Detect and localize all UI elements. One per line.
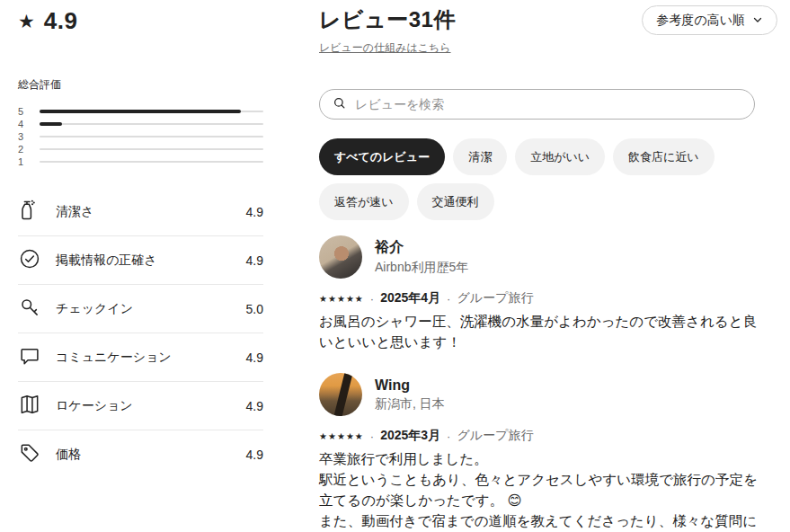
sort-dropdown-button[interactable]: 参考度の高い順 [642,5,777,35]
search-icon [333,96,346,113]
category-value: 4.9 [246,399,263,413]
review-date: 2025年4月 [380,290,440,306]
reviewer-name[interactable]: 裕介 [375,238,468,257]
category-value-for-money: 価格 4.9 [18,430,263,479]
category-cleanliness: 清潔さ 4.9 [18,188,263,236]
bar-tick: 5 [18,106,31,117]
bar-track [40,148,263,150]
review-stars: ★★★★★ [319,431,364,441]
category-checkin: チェックイン 5.0 [18,285,263,333]
category-label: ロケーション [56,398,133,414]
category-value: 5.0 [246,302,263,316]
filter-chip-near-restaurants[interactable]: 飲食店に近い [613,138,715,175]
meta-separator: · [370,292,374,306]
category-value: 4.9 [246,253,263,268]
category-label: 価格 [56,447,81,463]
reviewer-subtitle: Airbnb利用歴5年 [375,260,468,276]
reviewer-header: Wing 新潟市, 日本 [319,373,777,416]
category-label: チェックイン [56,301,133,317]
review-item: Wing 新潟市, 日本 ★★★★★ · 2025年3月 · グループ旅行 卒業… [319,373,777,532]
search-input[interactable] [355,97,741,111]
bar-tick: 1 [18,156,31,167]
check-circle-icon [18,247,41,274]
filter-chip-good-location[interactable]: 立地がいい [515,138,605,175]
bar-track [40,161,263,163]
star-icon: ★ [18,12,35,31]
speech-bubble-icon [18,344,41,371]
page-title: レビュー31件 [319,5,456,34]
review-meta: ★★★★★ · 2025年3月 · グループ旅行 [319,428,777,444]
rating-bar-1: 1 [18,155,263,168]
reviews-how-it-works-link[interactable]: レビューの仕組みはこちら [319,40,451,56]
reviews-header: レビュー31件 レビューの仕組みはこちら 参考度の高い順 [319,5,777,56]
sort-dropdown-label: 参考度の高い順 [656,13,745,29]
price-tag-icon [18,441,41,468]
reviewer-subtitle: 新潟市, 日本 [375,396,445,412]
category-location: ロケーション 4.9 [18,382,263,430]
key-icon [18,296,41,323]
review-meta: ★★★★★ · 2025年4月 · グループ旅行 [319,290,777,306]
reviewer-names: Wing 新潟市, 日本 [375,377,445,412]
distribution-title: 総合評価 [18,77,263,93]
category-label: 掲載情報の正確さ [56,253,157,269]
overall-rating-value: 4.9 [44,7,78,35]
category-value: 4.9 [246,205,263,219]
review-stars: ★★★★★ [319,294,364,304]
bar-tick: 2 [18,144,31,155]
category-ratings: 清潔さ 4.9 掲載情報の正確さ 4.9 [18,188,263,479]
filter-chip-convenient-transport[interactable]: 交通便利 [417,183,494,220]
overall-rating: ★ 4.9 [18,7,263,35]
bar-track [40,123,263,125]
meta-separator: · [447,430,450,443]
bar-fill [40,110,241,113]
review-text: お風呂のシャワー圧、洗濯機の水量がよわかったので改善されると良いといいと思います… [319,311,767,352]
spray-bottle-icon [18,199,41,226]
review-date: 2025年3月 [380,428,440,444]
review-search-box[interactable] [319,89,755,120]
rating-bar-5: 5 [18,105,263,118]
rating-bar-2: 2 [18,143,263,155]
bar-tick: 3 [18,131,31,142]
review-text: 卒業旅行で利用しました。 駅近ということもあり、色々とアクセスしやすい環境で旅行… [319,448,767,532]
meta-separator: · [370,430,374,443]
category-accuracy: 掲載情報の正確さ 4.9 [18,236,263,285]
category-communication: コミュニケーション 4.9 [18,333,263,382]
category-value: 4.9 [246,448,263,462]
category-value: 4.9 [246,350,263,365]
chevron-down-icon [752,13,763,28]
bar-fill [40,122,62,126]
ratings-summary-panel: ★ 4.9 総合評価 5 4 3 2 1 [18,5,263,532]
filter-chips: すべてのレビュー 清潔 立地がいい 飲食店に近い 返答が速い 交通便利 [319,138,741,220]
rating-bar-3: 3 [18,130,263,143]
reviews-title-block: レビュー31件 レビューの仕組みはこちら [319,5,456,56]
reviewer-names: 裕介 Airbnb利用歴5年 [375,238,468,276]
bar-track [40,136,263,137]
review-list: 裕介 Airbnb利用歴5年 ★★★★★ · 2025年4月 · グループ旅行 … [319,235,777,532]
rating-bar-4: 4 [18,118,263,130]
bar-tick: 4 [18,119,31,129]
reviewer-header: 裕介 Airbnb利用歴5年 [319,235,777,279]
filter-chip-fast-reply[interactable]: 返答が速い [319,183,409,220]
category-label: 清潔さ [56,204,93,220]
reviews-page: ★ 4.9 総合評価 5 4 3 2 1 [0,0,790,532]
filter-chip-clean[interactable]: 清潔 [453,138,507,175]
review-trip-type: グループ旅行 [457,290,533,306]
avatar[interactable] [319,373,362,416]
category-label: コミュニケーション [56,350,172,366]
review-item: 裕介 Airbnb利用歴5年 ★★★★★ · 2025年4月 · グループ旅行 … [319,235,777,352]
filter-chip-all-reviews[interactable]: すべてのレビュー [319,138,445,175]
rating-distribution: 5 4 3 2 1 [18,105,263,168]
reviewer-name[interactable]: Wing [375,377,445,394]
bar-track [40,111,263,112]
avatar[interactable] [319,235,362,279]
review-trip-type: グループ旅行 [457,428,533,444]
reviews-panel: レビュー31件 レビューの仕組みはこちら 参考度の高い順 すべてのレビュー 清潔… [319,5,777,532]
meta-separator: · [447,292,450,306]
map-icon [18,393,41,420]
